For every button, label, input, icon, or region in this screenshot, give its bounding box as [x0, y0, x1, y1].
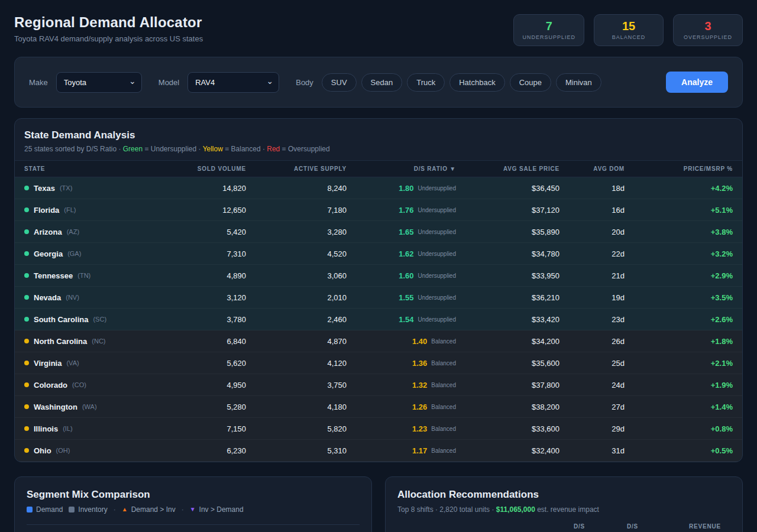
avg-dom-value: 19d [559, 293, 625, 302]
ds-ratio-cell: 1.55 Undersupplied [347, 293, 456, 302]
ds-ratio-status: Undersupplied [418, 294, 457, 301]
table-row[interactable]: North Carolina (NC) 6,840 4,870 1.40 Bal… [15, 330, 742, 352]
ds-ratio-status: Balanced [431, 382, 456, 388]
avg-dom-value: 25d [559, 359, 625, 368]
state-cell: Washington (WA) [24, 403, 172, 411]
column-header-ds-ratio[interactable]: D/S RATIO ▼ [347, 166, 456, 172]
avg-dom-value: 20d [559, 228, 625, 236]
analyze-button[interactable]: Analyze [666, 72, 728, 93]
active-supply-value: 2,460 [246, 315, 347, 324]
ds-ratio-cell: 1.62 Undersupplied [347, 249, 456, 258]
sold-volume-value: 7,150 [172, 424, 246, 433]
active-supply-value: 4,120 [246, 359, 347, 368]
ds-ratio-status: Undersupplied [418, 316, 457, 323]
segment-panel-divider [27, 524, 360, 525]
legend-demand-label: Demand [36, 505, 63, 514]
balanced-label: BALANCED [603, 34, 655, 40]
ds-ratio-value: 1.54 [399, 315, 413, 324]
column-header-avg-sale-price[interactable]: AVG SALE PRICE [456, 166, 559, 172]
ds-ratio-cell: 1.65 Undersupplied [347, 228, 456, 236]
table-row[interactable]: Tennessee (TN) 4,890 3,060 1.60 Undersup… [15, 265, 742, 287]
price-msrp-value: +2.9% [625, 271, 733, 280]
stat-card-oversupplied: 3 OVERSUPPLIED [673, 14, 743, 46]
table-row[interactable]: Nevada (NV) 3,120 2,010 1.55 Undersuppli… [15, 287, 742, 309]
page-header: Regional Demand Allocator Toyota RAV4 de… [14, 14, 743, 46]
state-abbr: (SC) [93, 316, 106, 323]
rec-column-ds-to[interactable]: D/S [627, 523, 638, 530]
body-type-pill[interactable]: SUV [322, 73, 357, 92]
sold-volume-value: 4,950 [172, 381, 246, 390]
rec-column-revenue[interactable]: REVENUE [689, 523, 721, 530]
table-row[interactable]: Washington (WA) 5,280 4,180 1.26 Balance… [15, 396, 742, 418]
table-row[interactable]: Illinois (IL) 7,150 5,820 1.23 Balanced … [15, 418, 742, 440]
table-row[interactable]: Colorado (CO) 4,950 3,750 1.32 Balanced … [15, 374, 742, 396]
state-cell: Virginia (VA) [24, 359, 172, 368]
state-abbr: (WA) [82, 403, 97, 410]
active-supply-value: 8,240 [246, 184, 347, 193]
rec-column-ds-from[interactable]: D/S [574, 523, 585, 530]
avg-sale-price-value: $34,200 [456, 337, 559, 346]
state-name: Arizona [34, 228, 62, 236]
table-row[interactable]: Georgia (GA) 7,310 4,520 1.62 Undersuppl… [15, 243, 742, 265]
column-header-sold-volume[interactable]: SOLD VOLUME [172, 166, 246, 172]
state-abbr: (NV) [66, 294, 79, 301]
ds-ratio-cell: 1.32 Balanced [347, 381, 456, 390]
legend-separator: · [114, 505, 116, 514]
sold-volume-value: 3,120 [172, 293, 246, 302]
state-cell: Colorado (CO) [24, 381, 172, 390]
sold-volume-value: 5,280 [172, 403, 246, 411]
avg-sale-price-value: $36,450 [456, 184, 559, 193]
active-supply-value: 4,520 [246, 249, 347, 258]
filter-bar: Make Toyota Model RAV4 Body SUVSedanTruc… [14, 57, 743, 108]
avg-dom-value: 27d [559, 403, 625, 411]
table-row[interactable]: Florida (FL) 12,650 7,180 1.76 Undersupp… [15, 199, 742, 221]
state-abbr: (TN) [77, 272, 90, 279]
avg-sale-price-value: $35,890 [456, 228, 559, 236]
body-type-pill[interactable]: Truck [407, 73, 445, 92]
make-select[interactable]: Toyota [56, 72, 142, 93]
title-block: Regional Demand Allocator Toyota RAV4 de… [14, 14, 203, 43]
ds-ratio-cell: 1.60 Undersupplied [347, 271, 456, 280]
ds-ratio-cell: 1.23 Balanced [347, 424, 456, 433]
ds-ratio-status: Balanced [431, 360, 456, 366]
ds-ratio-cell: 1.26 Balanced [347, 403, 456, 411]
avg-sale-price-value: $36,210 [456, 293, 559, 302]
state-cell: South Carolina (SC) [24, 315, 172, 324]
price-msrp-value: +0.5% [625, 446, 733, 455]
active-supply-value: 5,820 [246, 424, 347, 433]
body-type-pill[interactable]: Sedan [361, 73, 403, 92]
ds-ratio-value: 1.36 [412, 359, 427, 368]
body-type-pill[interactable]: Hatchback [449, 73, 504, 92]
body-type-pill[interactable]: Minivan [556, 73, 601, 92]
rec-subtitle-suffix: est. revenue impact [535, 505, 599, 514]
table-row[interactable]: South Carolina (SC) 3,780 2,460 1.54 Und… [15, 309, 742, 330]
table-row[interactable]: Virginia (VA) 5,620 4,120 1.36 Balanced … [15, 352, 742, 374]
status-dot [24, 317, 29, 322]
table-row[interactable]: Texas (TX) 14,820 8,240 1.80 Undersuppli… [15, 177, 742, 199]
column-header-active-supply[interactable]: ACTIVE SUPPLY [246, 166, 347, 172]
column-header-avg-dom[interactable]: AVG DOM [559, 166, 625, 172]
model-select[interactable]: RAV4 [187, 72, 279, 93]
price-msrp-value: +2.1% [625, 359, 733, 368]
sold-volume-value: 5,620 [172, 359, 246, 368]
rec-subtitle-prefix: Top 8 shifts · 2,820 total units · [397, 505, 496, 514]
column-header-price-msrp[interactable]: PRICE/MSRP % [625, 166, 733, 172]
table-title: State Demand Analysis [24, 129, 733, 141]
ds-ratio-value: 1.32 [412, 381, 427, 390]
price-msrp-value: +1.9% [625, 381, 733, 390]
body-type-pill[interactable]: Coupe [510, 73, 551, 92]
subtitle-text-4: = Oversupplied [280, 145, 329, 153]
ds-ratio-cell: 1.54 Undersupplied [347, 315, 456, 324]
state-abbr: (IL) [63, 425, 73, 432]
table-row[interactable]: Ohio (OH) 6,230 5,310 1.17 Balanced $32,… [15, 440, 742, 462]
status-dot [24, 339, 29, 343]
ds-ratio-value: 1.60 [399, 271, 413, 280]
active-supply-value: 4,870 [246, 337, 347, 346]
make-select-wrap: Toyota [56, 72, 142, 93]
table-row[interactable]: Arizona (AZ) 5,420 3,280 1.65 Undersuppl… [15, 221, 742, 243]
sold-volume-value: 3,780 [172, 315, 246, 324]
column-header-state[interactable]: STATE [24, 166, 172, 172]
rec-revenue-impact: $11,065,000 [496, 505, 535, 514]
avg-sale-price-value: $35,600 [456, 359, 559, 368]
table-header-row: STATE SOLD VOLUME ACTIVE SUPPLY D/S RATI… [15, 160, 742, 177]
